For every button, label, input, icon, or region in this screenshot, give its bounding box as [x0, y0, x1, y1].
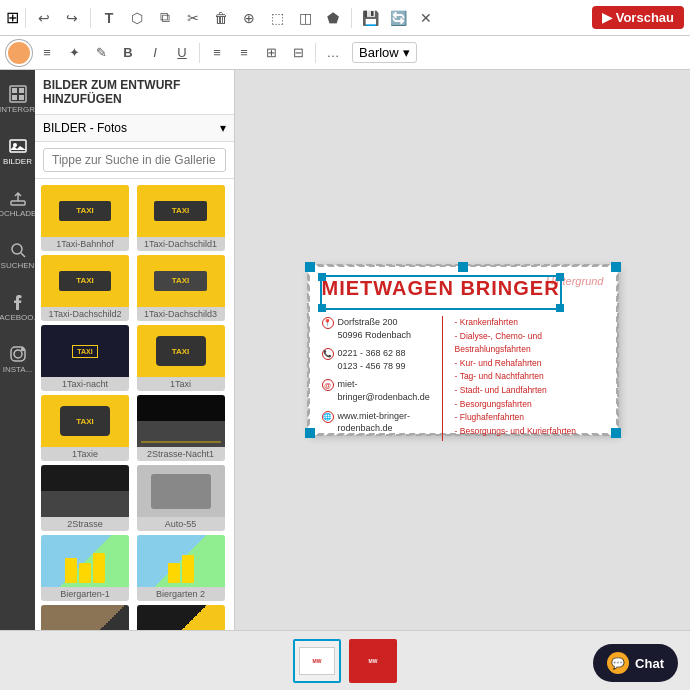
- email-icon: @: [322, 379, 334, 391]
- card-phone: 📞 0221 - 368 62 88 0123 - 456 78 99: [322, 347, 430, 372]
- text-size-button[interactable]: ⊞: [259, 41, 283, 65]
- image-panel: BILDER ZUM ENTWURF HINZUFÜGEN BILDER - F…: [35, 70, 235, 630]
- phone-icon: 📞: [322, 348, 334, 360]
- image-panel-header: BILDER ZUM ENTWURF HINZUFÜGEN: [35, 70, 234, 115]
- bottom-bar: MW MW 💬 Chat: [0, 630, 690, 690]
- save-button[interactable]: 💾: [358, 6, 382, 30]
- undo-button[interactable]: ↩: [32, 6, 56, 30]
- font-selector[interactable]: Barlow ▾: [352, 42, 417, 63]
- card-services: Krankenfahrten Dialyse-, Chemo- und Best…: [455, 316, 604, 441]
- chevron-down-icon: ▾: [220, 121, 226, 135]
- duplicate-button[interactable]: ⧉: [153, 6, 177, 30]
- list-item[interactable]: Auto-55: [137, 465, 225, 531]
- svg-point-11: [14, 350, 22, 358]
- list-item[interactable]: TAXI 1Taxi-Dachschild3: [137, 255, 225, 321]
- sidebar-item-images[interactable]: BILDER: [3, 126, 33, 176]
- list-item[interactable]: TAXI 1Taxi-Dachschild1: [137, 185, 225, 251]
- list-item[interactable]: FahrerInnenraum: [41, 605, 129, 630]
- svg-point-12: [21, 348, 23, 350]
- image-search-container: [35, 142, 234, 179]
- image-search-input[interactable]: [43, 148, 226, 172]
- second-toolbar: ≡ ✦ ✎ B I U ≡ ≡ ⊞ ⊟ … Barlow ▾: [0, 36, 690, 70]
- page-thumb-1[interactable]: MW: [293, 639, 341, 683]
- card-email: @ miet-bringer@rodenbach.de: [322, 378, 430, 403]
- font-name-label: Barlow: [359, 45, 399, 60]
- list-item[interactable]: Biergarten-1: [41, 535, 129, 601]
- redo-button[interactable]: ↪: [60, 6, 84, 30]
- web-icon: 🌐: [322, 411, 334, 423]
- sidebar-item-upload[interactable]: HOCHLADE...: [3, 178, 33, 228]
- list-item[interactable]: TAXI 1Taxi-Bahnhof: [41, 185, 129, 251]
- left-sidebar: HINTERGR... BILDER HOCHLADE... SUCHEN FA…: [0, 70, 35, 630]
- crop-button[interactable]: ◫: [293, 6, 317, 30]
- chevron-down-icon: ▾: [403, 45, 410, 60]
- list-item[interactable]: TAXI 1Taxi-nacht: [41, 325, 129, 391]
- svg-line-9: [21, 253, 25, 257]
- svg-rect-5: [10, 140, 26, 152]
- card-title: MIETWAGEN BRINGER: [322, 277, 560, 300]
- card-website: 🌐 www.miet-bringer-rodenbach.de: [322, 410, 430, 435]
- list-item[interactable]: TAXI 1Taxi-Dachschild2: [41, 255, 129, 321]
- sidebar-item-background[interactable]: HINTERGR...: [3, 74, 33, 124]
- svg-rect-4: [19, 95, 24, 100]
- layers-button[interactable]: ⬟: [321, 6, 345, 30]
- vorschau-button[interactable]: ▶ Vorschau: [592, 6, 684, 29]
- frame-button[interactable]: ⬚: [265, 6, 289, 30]
- card-divider: [442, 316, 443, 441]
- svg-point-8: [12, 244, 22, 254]
- page-thumb-2[interactable]: MW: [349, 639, 397, 683]
- delete-button[interactable]: 🗑: [209, 6, 233, 30]
- align-center-button[interactable]: ≡: [232, 41, 256, 65]
- canvas-area[interactable]: Hintergrund MIETWAGEN BRINGER: [235, 70, 690, 630]
- card-title-container[interactable]: MIETWAGEN BRINGER: [322, 277, 560, 308]
- sidebar-item-instagram[interactable]: INSTA...: [3, 334, 33, 384]
- refresh-button[interactable]: 🔄: [386, 6, 410, 30]
- svg-point-6: [13, 143, 17, 147]
- business-card-inner: Hintergrund MIETWAGEN BRINGER: [310, 267, 616, 433]
- business-card[interactable]: Hintergrund MIETWAGEN BRINGER: [308, 265, 618, 435]
- svg-rect-3: [12, 95, 17, 100]
- align-left-button[interactable]: ≡: [205, 41, 229, 65]
- underline-button[interactable]: U: [170, 41, 194, 65]
- list-item[interactable]: TAXI 1Taxie: [41, 395, 129, 461]
- card-left: 📍 Dorfstraße 200 50996 Rodenbach 📞 0221 …: [322, 316, 430, 441]
- cut-button[interactable]: ✂: [181, 6, 205, 30]
- effects-button[interactable]: ✦: [62, 41, 86, 65]
- play-icon: ▶: [602, 10, 612, 25]
- add-button[interactable]: ⊕: [237, 6, 261, 30]
- svg-rect-2: [19, 88, 24, 93]
- location-icon: 📍: [322, 317, 334, 329]
- pencil-button[interactable]: ✎: [89, 41, 113, 65]
- italic-button[interactable]: I: [143, 41, 167, 65]
- svg-rect-7: [11, 201, 25, 205]
- card-address: 📍 Dorfstraße 200 50996 Rodenbach: [322, 316, 430, 341]
- grid-icon: ⊞: [6, 8, 19, 27]
- close-button[interactable]: ✕: [414, 6, 438, 30]
- list-item[interactable]: 2Strasse-Nacht1: [137, 395, 225, 461]
- color-picker-button[interactable]: [6, 40, 32, 66]
- more-button[interactable]: …: [321, 41, 345, 65]
- main-area: HINTERGR... BILDER HOCHLADE... SUCHEN FA…: [0, 70, 690, 630]
- align-button[interactable]: ≡: [35, 41, 59, 65]
- spacing-button[interactable]: ⊟: [286, 41, 310, 65]
- sidebar-item-search[interactable]: SUCHEN: [3, 230, 33, 280]
- top-toolbar: ⊞ ↩ ↪ T ⬡ ⧉ ✂ 🗑 ⊕ ⬚ ◫ ⬟ 💾 🔄 ✕ ▶ Vorschau: [0, 0, 690, 36]
- text-tool-button[interactable]: T: [97, 6, 121, 30]
- sidebar-item-facebook[interactable]: FACEBOO...: [3, 282, 33, 332]
- images-dropdown[interactable]: BILDER - Fotos ▾: [35, 115, 234, 142]
- card-content: 📍 Dorfstraße 200 50996 Rodenbach 📞 0221 …: [322, 316, 604, 441]
- svg-rect-1: [12, 88, 17, 93]
- image-grid: TAXI 1Taxi-Bahnhof TAXI 1Taxi-Dachschild…: [35, 179, 234, 630]
- shape-tool-button[interactable]: ⬡: [125, 6, 149, 30]
- list-item[interactable]: Biergarten 2: [137, 535, 225, 601]
- chat-button[interactable]: 💬 Chat: [593, 644, 678, 682]
- bold-button[interactable]: B: [116, 41, 140, 65]
- list-item[interactable]: TAXI 1Taxi: [137, 325, 225, 391]
- list-item[interactable]: FahrerTaxi: [137, 605, 225, 630]
- chat-icon: 💬: [607, 652, 629, 674]
- list-item[interactable]: 2Strasse: [41, 465, 129, 531]
